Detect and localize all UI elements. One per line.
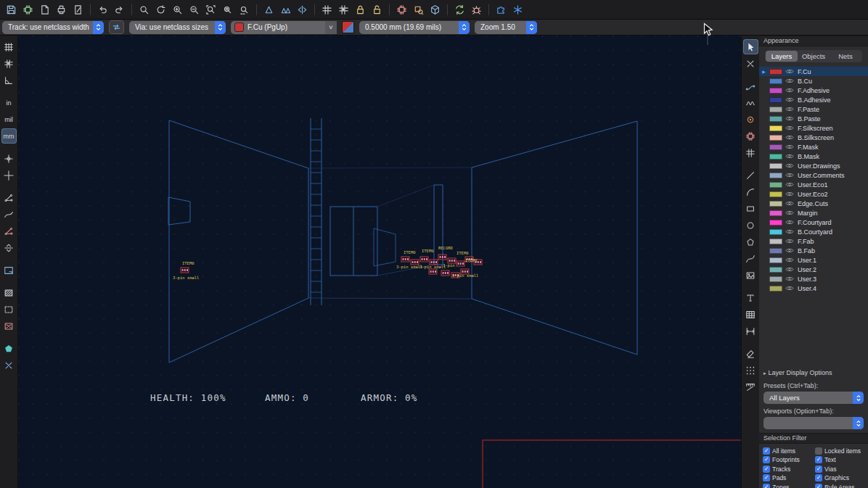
flip-board-view-button[interactable]: [294, 1, 311, 17]
checkbox[interactable]: ✓: [815, 474, 822, 481]
highlight-nets-button[interactable]: [1, 223, 17, 239]
tab-layers[interactable]: Layers: [766, 51, 798, 62]
layer-row-edge-cuts[interactable]: Edge.Cuts: [759, 199, 868, 208]
add-text-button[interactable]: [743, 290, 758, 305]
toggle-grid-button[interactable]: [1, 39, 17, 54]
measure-tool-button[interactable]: [743, 379, 758, 394]
track-width-select[interactable]: Track: use netclass width: [2, 21, 104, 34]
find-button[interactable]: [136, 1, 152, 17]
checkbox[interactable]: ✓: [763, 447, 770, 455]
checkbox[interactable]: ✓: [763, 474, 770, 481]
layer-color-swatch[interactable]: [769, 276, 782, 282]
layer-color-swatch[interactable]: [769, 88, 782, 94]
layer-display-options[interactable]: ▸Layer Display Options: [759, 368, 868, 379]
page-settings-button[interactable]: [36, 1, 53, 17]
plugin-puzzle-button[interactable]: [493, 1, 509, 17]
layer-visibility-eye-icon[interactable]: [785, 68, 795, 75]
checkbox[interactable]: ✓: [815, 466, 822, 473]
grid-select[interactable]: 0.5000 mm (19.69 mils): [359, 21, 470, 34]
layer-row-f-silkscreen[interactable]: F.Silkscreen: [759, 123, 868, 133]
unlock-button[interactable]: [369, 1, 385, 17]
flip-board-button[interactable]: [1, 240, 17, 255]
checkbox[interactable]: ✓: [815, 484, 822, 488]
layer-row-margin[interactable]: Margin: [759, 208, 868, 218]
layer-visibility-eye-icon[interactable]: [785, 144, 795, 151]
units-inches-button[interactable]: in: [1, 95, 17, 110]
draw-polygon-button[interactable]: [743, 234, 758, 249]
layer-color-swatch[interactable]: [769, 248, 782, 254]
layer-color-swatch[interactable]: [769, 257, 782, 263]
layer-row-user-2[interactable]: User.2: [759, 265, 868, 274]
draw-arc-button[interactable]: [743, 184, 758, 199]
footprint-editor-button[interactable]: [393, 1, 410, 17]
redo-button[interactable]: [111, 1, 128, 17]
layer-pair-indicator[interactable]: [342, 21, 354, 33]
layer-color-swatch[interactable]: [769, 97, 782, 103]
filter-locked-items[interactable]: Locked items: [815, 447, 866, 455]
checkbox[interactable]: ✓: [763, 456, 770, 463]
zoom-out-button[interactable]: [186, 1, 202, 17]
zoom-to-objects-button[interactable]: [219, 1, 236, 17]
checkbox[interactable]: [815, 447, 822, 455]
units-mils-button[interactable]: mil: [1, 112, 17, 127]
layer-visibility-eye-icon[interactable]: [785, 257, 795, 264]
layer-color-swatch[interactable]: [769, 239, 782, 244]
tab-objects[interactable]: Objects: [798, 51, 830, 62]
layer-color-swatch[interactable]: [769, 154, 782, 160]
route-differential-pairs-button[interactable]: [277, 1, 294, 17]
snap-to-grid-button[interactable]: [319, 1, 335, 17]
layer-visibility-eye-icon[interactable]: [785, 87, 795, 94]
layer-row-b-mask[interactable]: B.Mask: [759, 152, 868, 161]
layer-row-user-drawings[interactable]: User.Drawings: [759, 161, 868, 170]
zoom-select[interactable]: Zoom 1.50: [475, 21, 537, 34]
layer-visibility-eye-icon[interactable]: [785, 266, 795, 273]
layer-row-f-adhesive[interactable]: F.Adhesive: [759, 86, 868, 95]
add-footprint-button[interactable]: [743, 128, 758, 144]
tune-length-button[interactable]: [743, 95, 758, 110]
footprint-browser-button[interactable]: [410, 1, 427, 17]
snap-to-items-button[interactable]: [335, 1, 352, 17]
design-rules-checker-button[interactable]: [468, 1, 485, 17]
zones-hidden-button[interactable]: [1, 318, 17, 334]
lock-button[interactable]: [352, 1, 369, 17]
layer-visibility-eye-icon[interactable]: [785, 210, 795, 217]
layer-visibility-eye-icon[interactable]: [785, 219, 795, 226]
add-image-button[interactable]: [743, 268, 758, 283]
zoom-in-button[interactable]: [169, 1, 186, 17]
layer-color-swatch[interactable]: [769, 125, 782, 131]
delete-tool-button[interactable]: [743, 346, 758, 361]
layer-visibility-eye-icon[interactable]: [785, 228, 795, 236]
layer-row-b-paste[interactable]: B.Paste: [759, 114, 868, 123]
zoom-fit-button[interactable]: [202, 1, 219, 17]
add-table-button[interactable]: [743, 307, 758, 322]
layer-row-user-4[interactable]: User.4: [759, 284, 868, 293]
plugin-snowflake-button[interactable]: [509, 1, 526, 17]
layer-visibility-eye-icon[interactable]: [785, 200, 795, 207]
layer-visibility-eye-icon[interactable]: [785, 276, 795, 283]
layer-color-swatch[interactable]: [769, 107, 782, 112]
checkbox[interactable]: ✓: [815, 456, 822, 463]
layer-row-b-fab[interactable]: B.Fab: [759, 246, 868, 255]
pads-outline-mode-button[interactable]: [1, 341, 17, 356]
draw-circle-button[interactable]: [743, 218, 758, 233]
layer-color-swatch[interactable]: [769, 78, 782, 84]
layer-color-swatch[interactable]: [769, 144, 782, 150]
layer-visibility-eye-icon[interactable]: [785, 172, 795, 179]
layer-visibility-eye-icon[interactable]: [785, 78, 795, 85]
filter-graphics[interactable]: ✓Graphics: [815, 474, 866, 482]
filter-zones[interactable]: ✓Zones: [763, 483, 815, 488]
zoom-to-selection-button[interactable]: [236, 1, 253, 17]
polar-coordinates-button[interactable]: [1, 73, 17, 88]
checkbox[interactable]: ✓: [763, 484, 770, 488]
update-pcb-from-schematic-button[interactable]: [451, 1, 468, 17]
layer-row-user-comments[interactable]: User.Comments: [759, 170, 868, 180]
layer-row-user-1[interactable]: User.1: [759, 255, 868, 265]
draw-bezier-button[interactable]: [743, 251, 758, 266]
layer-visibility-eye-icon[interactable]: [785, 181, 795, 189]
zones-wireframe-button[interactable]: [1, 302, 17, 317]
route-tracks-button[interactable]: [743, 78, 758, 94]
curved-ratsnest-button[interactable]: [1, 207, 17, 222]
layer-color-swatch[interactable]: [769, 135, 782, 141]
align-distribute-button[interactable]: [743, 145, 758, 160]
layer-color-swatch[interactable]: [769, 163, 782, 169]
